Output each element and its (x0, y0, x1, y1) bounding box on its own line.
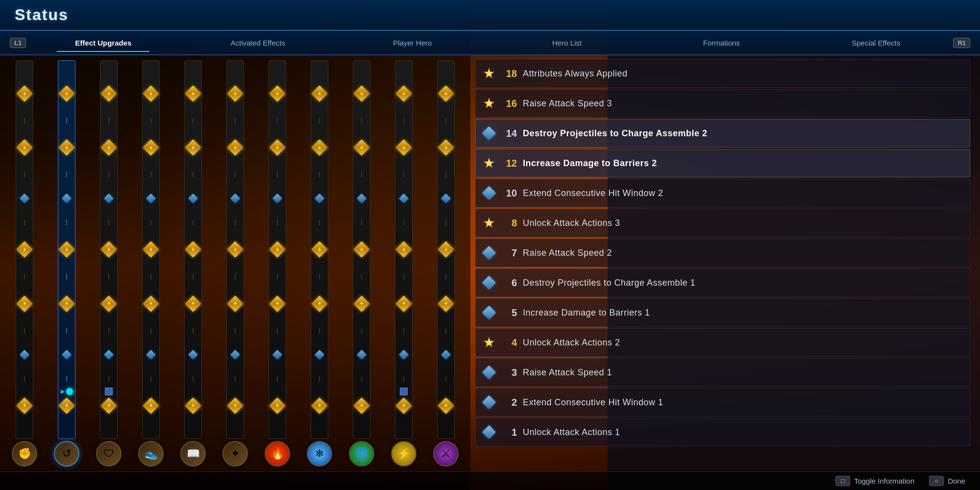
node-blue (105, 195, 113, 202)
node-gold (313, 87, 326, 100)
toggle-button-badge[interactable]: □ (835, 476, 850, 486)
node-gold (270, 297, 284, 311)
connector (361, 328, 362, 334)
hero-icon-3: 👟 (138, 441, 164, 466)
hero-column-5[interactable]: ✦ (215, 60, 256, 466)
hero-column-1[interactable]: ➤ ↺ (46, 60, 87, 466)
node-gold (186, 297, 200, 311)
item-number-14: 14 (501, 128, 517, 139)
item-number-1: 1 (501, 427, 517, 438)
node-gold (355, 87, 368, 100)
connector (445, 274, 446, 280)
node-gold (228, 297, 242, 311)
blue-diamond-icon (482, 126, 496, 140)
node-gold (439, 141, 453, 154)
node-gold (102, 297, 116, 311)
hero-column-0[interactable]: ✊ (4, 60, 45, 466)
node-blue (400, 351, 408, 359)
node-gold (439, 399, 453, 413)
node-gold (228, 399, 242, 413)
item-icon-silver-7 (483, 246, 495, 259)
node-gold (270, 399, 284, 413)
list-item-4[interactable]: 4 Unlock Attack Actions 2 (475, 328, 970, 357)
hero-column-3[interactable]: 👟 (130, 60, 172, 466)
connector (66, 172, 67, 177)
item-number-7: 7 (501, 247, 517, 259)
item-number-6: 6 (501, 277, 517, 289)
tab-effect-upgrades[interactable]: Effect Upgrades (26, 35, 180, 51)
connector (361, 118, 362, 123)
connector (193, 328, 194, 334)
toggle-action[interactable]: □ Toggle Information (835, 476, 914, 486)
item-text-18: Attributes Always Applied (523, 69, 628, 79)
hero-column-4[interactable]: 📖 (172, 60, 214, 466)
l1-badge[interactable]: L1 (10, 38, 26, 48)
node-gold (228, 141, 242, 154)
node-blue (147, 195, 155, 202)
tab-activated-effects[interactable]: Activated Effects (181, 35, 335, 51)
list-item-12[interactable]: 12 Increase Damage to Barriers 2 (475, 149, 970, 177)
list-item-6[interactable]: 6 Destroy Projectiles to Charge Assemble… (475, 269, 970, 297)
node-gold (102, 243, 116, 256)
hero-column-9[interactable]: ⚡ (383, 60, 424, 466)
column-track-6 (269, 60, 286, 439)
connector (445, 328, 446, 334)
tab-special-effects[interactable]: Special Effects (799, 35, 953, 51)
connector (108, 172, 109, 177)
hero-column-10[interactable]: ⚔ (425, 60, 466, 466)
node-blue (63, 351, 71, 359)
hero-icon-5: ✦ (222, 441, 248, 466)
node-blue (147, 351, 155, 359)
tab-player-hero[interactable]: Player Hero (335, 35, 490, 51)
bottom-bar: □ Toggle Information ○ Done (0, 471, 980, 490)
hero-column-7[interactable]: ❄ (299, 60, 340, 466)
hero-column-8[interactable]: 🌀 (341, 60, 382, 466)
list-item-14[interactable]: 14 Destroy Projectiles to Charge Assembl… (475, 119, 970, 147)
node-blue (231, 195, 239, 202)
list-item-3[interactable]: 3 Raise Attack Speed 1 (475, 358, 970, 387)
connector (24, 274, 25, 280)
connector (66, 118, 67, 123)
r1-badge[interactable]: R1 (953, 38, 970, 48)
connector (235, 376, 236, 382)
list-item-2[interactable]: 2 Extend Consecutive Hit Window 1 (475, 388, 970, 416)
connector (24, 376, 25, 382)
gold-star-icon (483, 68, 495, 79)
done-button-badge[interactable]: ○ (929, 476, 944, 486)
hero-column-2[interactable]: 🛡 (88, 60, 129, 466)
connector (277, 328, 278, 334)
connector (319, 274, 320, 280)
node-blue (442, 351, 450, 359)
node-blue (189, 195, 197, 202)
done-action[interactable]: ○ Done (929, 476, 965, 486)
node-blue (273, 195, 281, 202)
list-item-5[interactable]: 5 Increase Damage to Barriers 1 (475, 298, 970, 327)
node-gold (60, 399, 74, 413)
tab-formations[interactable]: Formations (644, 35, 799, 51)
column-track-9 (395, 60, 413, 439)
connector (193, 274, 194, 280)
list-item-10[interactable]: 10 Extend Consecutive Hit Window 2 (475, 179, 970, 207)
list-item-7[interactable]: 7 Raise Attack Speed 2 (475, 239, 970, 267)
node-blue (231, 351, 239, 359)
tab-hero-list[interactable]: Hero List (490, 35, 644, 51)
connector (277, 274, 278, 280)
list-item-1[interactable]: 1 Unlock Attack Actions 1 (475, 418, 970, 446)
connector (24, 172, 25, 177)
item-text-14: Destroy Projectiles to Charge Assemble 2 (523, 128, 707, 139)
connector (403, 172, 404, 177)
hero-column-6[interactable]: 🔥 (257, 60, 298, 466)
blue-diamond-icon (482, 425, 496, 439)
item-text-7: Raise Attack Speed 2 (523, 248, 612, 258)
list-item-16[interactable]: 16 Raise Attack Speed 3 (475, 89, 970, 118)
hero-icon-10: ⚔ (433, 441, 459, 466)
node-gold (186, 141, 200, 154)
item-text-8: Unlock Attack Actions 3 (523, 218, 620, 228)
connector (235, 172, 236, 177)
list-item-8[interactable]: 8 Unlock Attack Actions 3 (475, 209, 970, 237)
item-text-10: Extend Consecutive Hit Window 2 (523, 188, 663, 198)
gold-star-icon (483, 217, 495, 229)
list-item-18[interactable]: 18 Attributes Always Applied (475, 59, 970, 88)
connector (445, 220, 446, 225)
node-gold (313, 141, 326, 154)
